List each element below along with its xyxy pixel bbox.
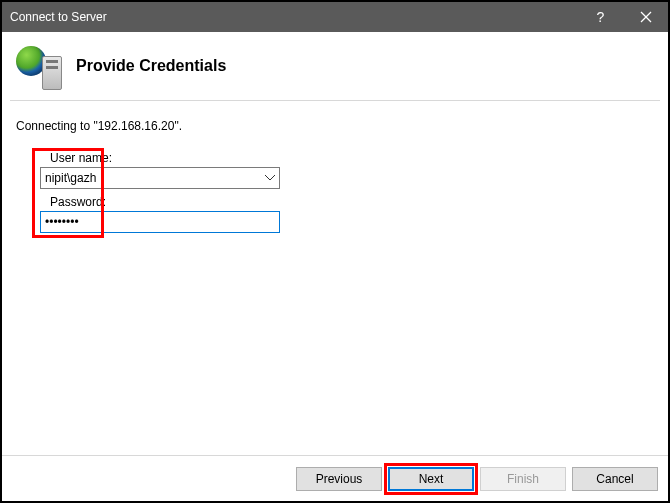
username-input[interactable]	[40, 167, 280, 189]
finish-button: Finish	[480, 467, 566, 491]
password-row: Password:	[40, 195, 654, 233]
server-globe-icon	[16, 42, 64, 90]
next-button-wrap: Next	[388, 467, 474, 491]
wizard-footer: Previous Next Finish Cancel	[2, 455, 668, 501]
wizard-header: Provide Credentials	[2, 32, 668, 100]
previous-button[interactable]: Previous	[296, 467, 382, 491]
password-label: Password:	[50, 195, 654, 209]
window-title: Connect to Server	[10, 10, 578, 24]
password-input[interactable]	[40, 211, 280, 233]
close-button[interactable]	[623, 2, 668, 32]
page-heading: Provide Credentials	[76, 57, 226, 75]
help-button[interactable]: ?	[578, 2, 623, 32]
cancel-button[interactable]: Cancel	[572, 467, 658, 491]
titlebar: Connect to Server ?	[2, 2, 668, 32]
content-area: Connecting to "192.168.16.20". User name…	[2, 101, 668, 454]
next-button[interactable]: Next	[388, 467, 474, 491]
status-text: Connecting to "192.168.16.20".	[16, 119, 654, 133]
help-icon: ?	[597, 9, 605, 25]
titlebar-actions: ?	[578, 2, 668, 32]
username-input-wrap	[40, 167, 280, 189]
close-icon	[640, 11, 652, 23]
username-label: User name:	[50, 151, 654, 165]
username-row: User name:	[40, 151, 654, 189]
